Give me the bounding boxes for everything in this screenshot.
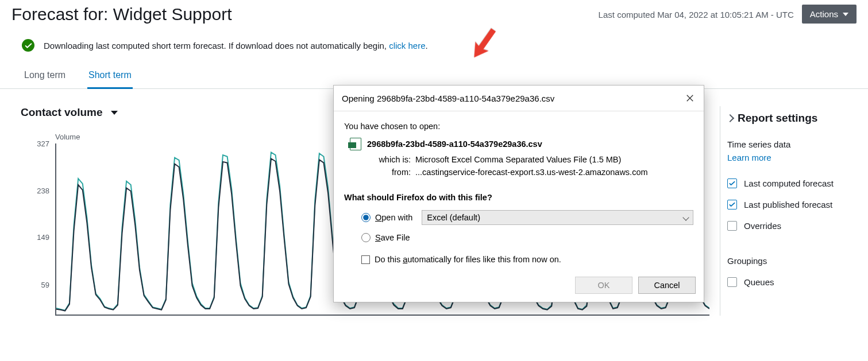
open-with-label[interactable]: Open with: [375, 213, 412, 222]
title-name: Widget Support: [113, 5, 232, 24]
label-overrides: Overrides: [744, 221, 781, 231]
ok-button[interactable]: OK: [575, 277, 632, 294]
download-dialog: Opening 2968b9fa-23bd-4589-a110-54a379e2…: [333, 85, 704, 302]
tab-long-term[interactable]: Long term: [23, 64, 67, 89]
checkbox-overrides[interactable]: [727, 221, 737, 231]
report-settings-toggle[interactable]: Report settings: [727, 112, 858, 125]
close-icon: [686, 94, 694, 102]
checkbox-last-published[interactable]: [727, 200, 737, 209]
file-meta: which is: Microsoft Excel Comma Separate…: [371, 155, 693, 177]
chevron-right-icon: [726, 114, 734, 122]
remember-checkbox[interactable]: [361, 255, 370, 264]
action-prompt: What should Firefox do with this file?: [344, 193, 693, 202]
checkbox-queues[interactable]: [727, 277, 737, 287]
chevron-down-icon: [682, 214, 689, 220]
excel-file-icon: [350, 138, 361, 150]
from-key: from:: [371, 168, 411, 177]
which-is-key: which is:: [371, 155, 411, 164]
actions-label: Actions: [810, 9, 838, 19]
radio-save-file[interactable]: [361, 233, 371, 242]
caret-down-icon: [111, 111, 118, 115]
remember-row: Do this automatically for files like thi…: [361, 255, 693, 264]
dialog-close-button[interactable]: [682, 90, 698, 106]
click-here-link[interactable]: click here: [389, 41, 425, 51]
notice-before: Downloading last computed short term for…: [44, 41, 389, 51]
groupings-heading: Groupings: [727, 256, 858, 266]
y-tick: 238: [21, 186, 49, 195]
checkbox-last-computed[interactable]: [727, 178, 737, 188]
y-tick: 59: [21, 280, 49, 289]
time-series-heading: Time series data: [727, 139, 858, 149]
download-notice: Downloading last computed short term for…: [0, 31, 868, 60]
from-value: ...castingservice-forecast-export.s3.us-…: [415, 168, 693, 177]
file-name: 2968b9fa-23bd-4589-a110-54a379e29a36.csv: [367, 139, 542, 149]
y-tick: 327: [21, 139, 49, 148]
tab-short-term[interactable]: Short term: [87, 64, 133, 89]
page-title: Forecast for: Widget Support: [11, 5, 599, 24]
label-queues: Queues: [744, 277, 774, 287]
cancel-button[interactable]: Cancel: [638, 277, 696, 294]
label-last-computed: Last computed forecast: [744, 178, 834, 188]
dialog-titlebar: Opening 2968b9fa-23bd-4589-a110-54a379e2…: [334, 86, 704, 111]
section-label: Contact volume: [21, 106, 103, 119]
remember-label[interactable]: Do this automatically for files like thi…: [375, 255, 561, 264]
open-with-app-select[interactable]: Excel (default): [422, 210, 693, 225]
save-file-label[interactable]: Save File: [375, 233, 410, 242]
dialog-title: Opening 2968b9fa-23bd-4589-a110-54a379e2…: [342, 94, 682, 103]
which-is-value: Microsoft Excel Comma Separated Values F…: [415, 155, 693, 164]
radio-open-with[interactable]: [361, 213, 371, 222]
dialog-body: You have chosen to open: 2968b9fa-23bd-4…: [334, 111, 704, 271]
report-settings-panel: Report settings Time series data Learn m…: [720, 106, 858, 316]
save-file-rest: ave File: [381, 233, 410, 242]
label-last-published: Last published forecast: [744, 200, 832, 209]
title-prefix: Forecast for:: [11, 5, 113, 24]
file-row: 2968b9fa-23bd-4589-a110-54a379e29a36.csv: [350, 138, 693, 150]
notice-after: .: [426, 41, 428, 51]
save-file-row: Save File: [361, 233, 693, 242]
header: Forecast for: Widget Support Last comput…: [0, 0, 868, 31]
dialog-footer: OK Cancel: [334, 271, 704, 302]
open-with-row: Open with Excel (default): [361, 210, 693, 225]
success-check-icon: [22, 39, 34, 52]
open-with-app: Excel (default): [427, 213, 480, 222]
open-with-rest: pen with: [381, 213, 412, 222]
y-tick: 149: [21, 233, 49, 242]
actions-button[interactable]: Actions: [802, 5, 857, 24]
chosen-label: You have chosen to open:: [344, 122, 693, 131]
notice-text: Downloading last computed short term for…: [44, 41, 428, 51]
caret-down-icon: [843, 13, 848, 16]
contact-volume-toggle[interactable]: Contact volume: [21, 106, 118, 119]
learn-more-link[interactable]: Learn more: [727, 153, 858, 162]
report-settings-label: Report settings: [738, 112, 817, 125]
remember-rest: utomatically for files like this from no…: [407, 255, 561, 264]
last-computed-timestamp: Last computed Mar 04, 2022 at 10:05:21 A…: [599, 10, 794, 20]
